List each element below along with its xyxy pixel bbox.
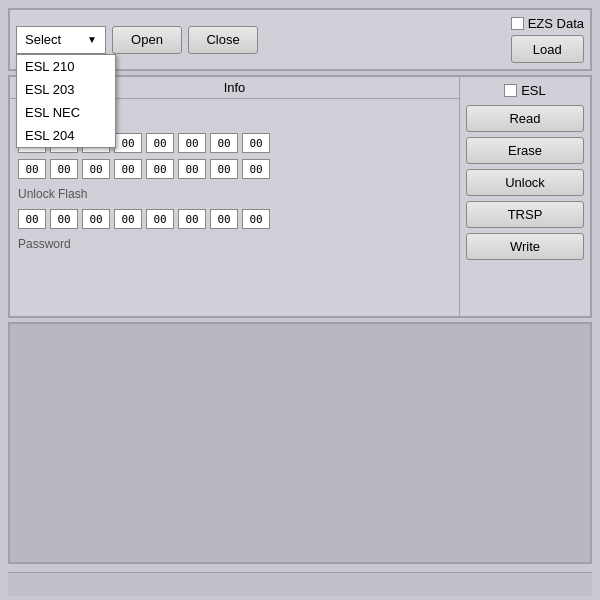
ezs-label: EZS Data <box>528 16 584 31</box>
select-wrapper[interactable]: Select ▼ ESL 210 ESL 203 ESL NEC ESL 204 <box>16 26 106 54</box>
esl-label: ESL <box>521 83 546 98</box>
hex-r3-2[interactable] <box>50 209 78 229</box>
dropdown-item-esl210[interactable]: ESL 210 <box>17 55 115 78</box>
hex-row-2 <box>18 159 451 179</box>
ezs-header: EZS Data <box>511 16 584 31</box>
hex-r2-8[interactable] <box>242 159 270 179</box>
hex-r3-5[interactable] <box>146 209 174 229</box>
hex-r2-2[interactable] <box>50 159 78 179</box>
password-label: Password <box>18 235 451 253</box>
hex-r2-1[interactable] <box>18 159 46 179</box>
toolbar-row: Select ▼ ESL 210 ESL 203 ESL NEC ESL 204… <box>16 16 584 63</box>
hex-r3-8[interactable] <box>242 209 270 229</box>
select-button[interactable]: Select ▼ <box>16 26 106 54</box>
hex-r3-7[interactable] <box>210 209 238 229</box>
dropdown-menu: ESL 210 ESL 203 ESL NEC ESL 204 <box>16 54 116 148</box>
unlock-button[interactable]: Unlock <box>466 169 584 196</box>
top-panel: Select ▼ ESL 210 ESL 203 ESL NEC ESL 204… <box>8 8 592 71</box>
select-label: Select <box>25 32 61 47</box>
dropdown-item-eslnec[interactable]: ESL NEC <box>17 101 115 124</box>
unlock-flash-label: Unlock Flash <box>18 185 451 203</box>
load-button[interactable]: Load <box>511 35 584 63</box>
footer-bar <box>8 572 592 596</box>
esl-checkbox[interactable] <box>504 84 517 97</box>
hex-row-3 <box>18 209 451 229</box>
hex-r2-7[interactable] <box>210 159 238 179</box>
read-button[interactable]: Read <box>466 105 584 132</box>
hex-r3-1[interactable] <box>18 209 46 229</box>
write-button[interactable]: Write <box>466 233 584 260</box>
hex-r1-7[interactable] <box>210 133 238 153</box>
bottom-area <box>8 322 592 565</box>
hex-r3-4[interactable] <box>114 209 142 229</box>
dropdown-item-esl203[interactable]: ESL 203 <box>17 78 115 101</box>
hex-r2-3[interactable] <box>82 159 110 179</box>
open-button[interactable]: Open <box>112 26 182 54</box>
dropdown-arrow-icon: ▼ <box>87 34 97 45</box>
esl-header: ESL <box>466 83 584 98</box>
trsp-button[interactable]: TRSP <box>466 201 584 228</box>
main-container: Select ▼ ESL 210 ESL 203 ESL NEC ESL 204… <box>0 0 600 600</box>
hex-r2-4[interactable] <box>114 159 142 179</box>
hex-r1-8[interactable] <box>242 133 270 153</box>
hex-r3-3[interactable] <box>82 209 110 229</box>
hex-r1-4[interactable] <box>114 133 142 153</box>
hex-r2-6[interactable] <box>178 159 206 179</box>
hex-r3-6[interactable] <box>178 209 206 229</box>
hex-r1-5[interactable] <box>146 133 174 153</box>
hex-r2-5[interactable] <box>146 159 174 179</box>
erase-button[interactable]: Erase <box>466 137 584 164</box>
hex-r1-6[interactable] <box>178 133 206 153</box>
dropdown-item-esl204[interactable]: ESL 204 <box>17 124 115 147</box>
ezs-section: EZS Data Load <box>511 16 584 63</box>
close-button[interactable]: Close <box>188 26 258 54</box>
ezs-checkbox[interactable] <box>511 17 524 30</box>
esl-panel: ESL Read Erase Unlock TRSP Write <box>460 77 590 316</box>
